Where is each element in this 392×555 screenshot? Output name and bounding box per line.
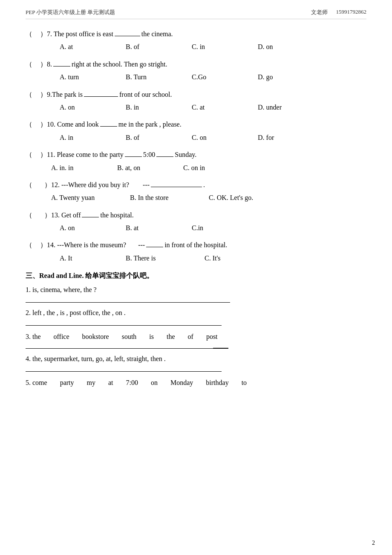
q9-paren-space [32,88,40,101]
q14-optA: A. It [60,252,126,265]
q7-blank [115,29,140,36]
q12-optB: B. In the store [130,191,209,204]
q9-paren-close: ） [40,88,47,101]
q12-optC: C. OK. Let's go. [209,191,294,204]
q13-paren-space [32,209,44,222]
question-12: （ ） 12. ---Where did you buy it? --- . A… [26,179,366,205]
ri2-text: 2. left , the , is , post office, the , … [26,309,126,316]
q13-optB: B. at [126,222,192,234]
q9-options: A. on B. in C. at D. under [60,101,366,114]
q7-paren-space [32,28,40,40]
q9-blank [84,89,118,97]
q8-optC: C.Go [192,71,258,84]
q14-text: 14. ---Where is the museum? --- [47,239,145,251]
q7-text: 7. The post office is east [47,28,113,40]
page: PEP 小学英语六年级上册 单元测试题 文老师 15991792862 （ ） … [0,0,392,555]
q8-paren-open: （ [26,58,32,71]
q13-text: 13. Get off [51,209,81,222]
q7-optC: C. in [192,40,258,53]
header-right: 文老师 15991792862 [311,9,367,16]
question-13: （ ） 13. Get off the hospital. A. on B. a… [26,209,366,235]
q14-paren-open: （ [26,239,32,251]
ri5-word3: my [87,376,95,390]
ri4-text: 4. the, supermarket, turn, go, at, left,… [26,355,166,362]
ri2-answer-line [26,325,222,326]
ri1-text: 1. is, cinema, where, the ? [26,286,97,293]
q14-options: A. It B. There is C. It's [60,252,366,265]
q10-optA: A. in [60,131,126,144]
ri3-word7: of [188,330,193,344]
q10-optD: D. for [258,131,324,144]
ri2-answer-line-container [26,325,366,326]
q10-after: me in the park , please. [118,118,182,131]
ri5-word2: party [60,376,74,390]
q13-optC: C.in [192,222,258,234]
q7-optA: A. at [60,40,126,53]
q10-optB: B. of [126,131,192,144]
q14-optB: B. There is [126,252,205,265]
q14-optC: C. It's [205,252,271,265]
q13-blank [82,210,99,217]
q12-optA: A. Twenty yuan [51,191,130,204]
q11-paren-close: ） [40,148,47,161]
q12-text: 12. ---Where did you buy it? --- [51,179,150,191]
q8-paren-close: ） [40,58,47,71]
ri3-answer-line-seg2 [213,348,228,349]
q13-optA: A. on [60,222,126,234]
q8-text: 8. [47,58,52,71]
ri5-word9: to [242,376,247,390]
phone-number: 15991792862 [336,9,367,16]
ri5-word8: birthday [206,376,228,390]
ri4-answer-line [26,371,222,372]
q12-paren-close: ） [44,179,51,191]
q9-optC: C. at [192,101,258,114]
q7-options: A. at B. of C. in D. on [60,40,366,53]
page-number: 2 [372,540,375,546]
q12-options: A. Twenty yuan B. In the store C. OK. Le… [51,191,366,204]
q12-paren-open: （ [26,179,32,191]
ri5-word4: at [108,376,113,390]
q9-after: front of our school. [119,88,172,101]
ri5-word5: 7:00 [126,376,138,390]
q13-row: （ ） 13. Get off the hospital. [26,209,366,222]
q10-optC: C. on [192,131,258,144]
q11-options: A. in. in B. at, on C. on in [51,162,366,174]
q8-after: right at the school. Then go stright. [72,58,167,71]
ri3-word5: is [149,330,154,344]
q11-text: 11. Please come to the party [47,148,124,161]
q10-paren-open: （ [26,118,32,131]
q12-blank [151,179,202,187]
q8-optB: B. Turn [126,71,192,84]
q10-blank [100,119,117,127]
q13-after: the hospital. [100,209,133,222]
question-8: （ ） 8. right at the school. Then go stri… [26,58,366,84]
q10-text: 10. Come and look [47,118,99,131]
page-header: PEP 小学英语六年级上册 单元测试题 文老师 15991792862 [26,9,366,19]
ri4-answer-line-container [26,371,366,372]
ri5-word6: on [151,376,158,390]
q14-paren-space [32,239,40,251]
ri1-answer-line-container [26,302,366,303]
q13-options: A. on B. at C.in [60,222,366,234]
q10-row: （ ） 10. Come and look me in the park , p… [26,118,366,131]
ri3-word3: bookstore [82,330,109,344]
q13-paren-close: ） [44,209,51,222]
q14-paren-close: ） [40,239,47,251]
q12-paren-space [32,179,44,191]
q7-after: the cinema. [141,28,173,40]
q7-paren-open: （ [26,28,32,40]
q9-optB: B. in [126,101,192,114]
q14-after: in front of the hospital. [164,239,227,251]
q11-optC: C. on in [183,162,249,174]
q14-blank [146,240,163,247]
ri3-word8: post [206,330,218,344]
ri5-word1: 5. come [26,376,47,390]
ri3-words: 3. the office bookstore south is the of … [26,330,366,344]
q9-row: （ ） 9.The park is front of our school. [26,88,366,101]
reorder-item-4: 4. the, supermarket, turn, go, at, left,… [26,353,366,365]
q10-paren-space [32,118,40,131]
q11-mid: 5:00 [143,148,155,161]
ri3-word2: office [54,330,69,344]
q9-optA: A. on [60,101,126,114]
reorder-item-1: 1. is, cinema, where, the ? [26,284,366,296]
